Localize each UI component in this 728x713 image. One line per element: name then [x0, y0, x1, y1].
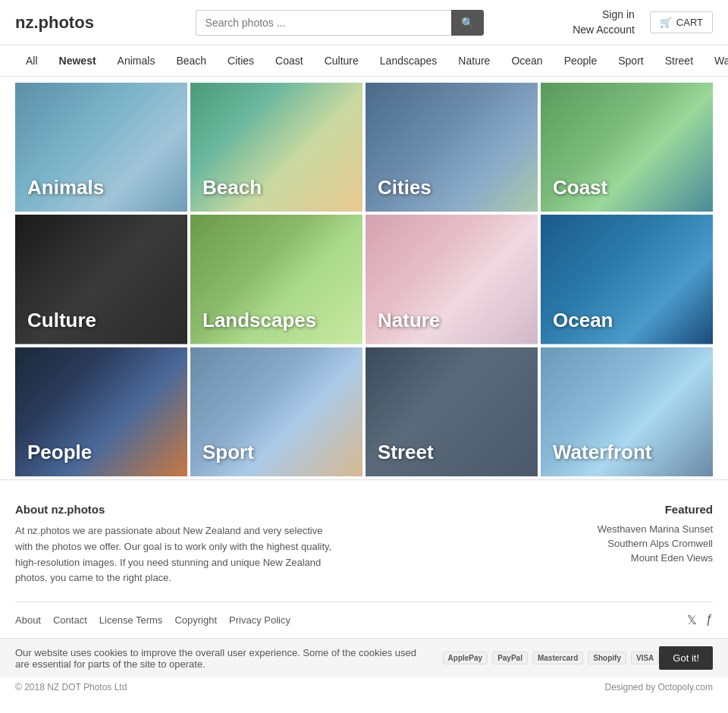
- cookie-bar: Our website uses cookies to improve the …: [0, 638, 728, 677]
- nav-item-beach[interactable]: Beach: [165, 46, 217, 76]
- grid-item-culture[interactable]: Culture: [15, 215, 187, 344]
- nav-item-landscapes[interactable]: Landscapes: [369, 46, 448, 76]
- nav-item-sport[interactable]: Sport: [607, 46, 654, 76]
- grid-item-bg: [15, 215, 187, 344]
- footer-link-contact[interactable]: Contact: [53, 614, 87, 626]
- payment-icon-mastercard: Mastercard: [532, 652, 583, 664]
- footer-featured: Featured Westhaven Marina SunsetSouthern…: [598, 503, 713, 586]
- nav-item-animals[interactable]: Animals: [107, 46, 166, 76]
- photo-grid: AnimalsBeachCitiesCoastCultureLandscapes…: [0, 80, 728, 479]
- grid-item-street[interactable]: Street: [366, 347, 538, 476]
- footer-link-license-terms[interactable]: License Terms: [99, 614, 163, 626]
- facebook-link[interactable]: ƒ: [706, 613, 713, 627]
- grid-item-landscapes[interactable]: Landscapes: [190, 215, 362, 344]
- grid-item-bg: [366, 215, 538, 344]
- payment-icon-visa: VISA: [631, 652, 659, 664]
- grid-item-beach[interactable]: Beach: [190, 83, 362, 212]
- payment-icon-applepay: ApplePay: [443, 652, 488, 664]
- new-account-link[interactable]: New Account: [573, 23, 635, 38]
- nav-item-cities[interactable]: Cities: [217, 46, 265, 76]
- payment-icons: ApplePayPayPalMastercardShopifyVISA: [443, 652, 660, 664]
- nav-item-ocean[interactable]: Ocean: [500, 46, 553, 76]
- grid-item-bg: [541, 347, 713, 476]
- nav-item-street[interactable]: Street: [654, 46, 704, 76]
- nav-item-people[interactable]: People: [554, 46, 608, 76]
- grid-item-sport[interactable]: Sport: [190, 347, 362, 476]
- cart-label: CART: [676, 17, 703, 28]
- designed-by-link[interactable]: Designed by Octopoly.com: [604, 682, 713, 693]
- footer-link-about[interactable]: About: [15, 614, 41, 626]
- cart-button[interactable]: 🛒 CART: [650, 11, 713, 33]
- grid-item-bg: [366, 83, 538, 212]
- copyright-line: © 2018 NZ DOT Photos Ltd Designed by Oct…: [0, 677, 728, 700]
- site-logo[interactable]: nz.photos: [15, 13, 106, 33]
- grid-item-cities[interactable]: Cities: [366, 83, 538, 212]
- grid-item-people[interactable]: People: [15, 347, 187, 476]
- footer-social: 𝕏 ƒ: [687, 613, 713, 627]
- grid-item-bg: [15, 347, 187, 476]
- cart-icon: 🛒: [660, 17, 672, 28]
- nav-item-newest[interactable]: Newest: [49, 46, 107, 76]
- twitter-link[interactable]: 𝕏: [687, 613, 697, 627]
- grid-item-bg: [541, 83, 713, 212]
- grid-item-coast[interactable]: Coast: [541, 83, 713, 212]
- copyright-text: © 2018 NZ DOT Photos Ltd: [15, 682, 127, 693]
- grid-item-bg: [541, 215, 713, 344]
- footer: About nz.photos At nz.photos we are pass…: [0, 479, 728, 638]
- grid-item-animals[interactable]: Animals: [15, 83, 187, 212]
- featured-link[interactable]: Westhaven Marina Sunset: [598, 523, 713, 535]
- sign-in-link[interactable]: Sign in: [573, 8, 635, 23]
- grid-item-bg: [190, 83, 362, 212]
- grid-item-bg: [190, 347, 362, 476]
- grid-item-nature[interactable]: Nature: [366, 215, 538, 344]
- header: nz.photos 🔍 Sign in New Account 🛒 CART: [0, 0, 728, 46]
- footer-links-left: AboutContactLicense TermsCopyrightPrivac…: [15, 614, 290, 626]
- search-button[interactable]: 🔍: [451, 10, 484, 36]
- footer-link-privacy-policy[interactable]: Privacy Policy: [229, 614, 290, 626]
- payment-icon-paypal: PayPal: [492, 652, 528, 664]
- footer-featured-title: Featured: [598, 503, 713, 516]
- main-nav: AllNewestAnimalsBeachCitiesCoastCultureL…: [0, 46, 728, 77]
- footer-about-title: About nz.photos: [15, 503, 334, 516]
- footer-links: AboutContactLicense TermsCopyrightPrivac…: [15, 601, 713, 638]
- cookie-text: Our website uses cookies to improve the …: [15, 647, 428, 670]
- account-area: Sign in New Account 🛒 CART: [573, 8, 713, 37]
- nav-item-waterfront[interactable]: Waterfront: [704, 46, 728, 76]
- nav-item-culture[interactable]: Culture: [314, 46, 369, 76]
- footer-about-text: At nz.photos we are passionate about New…: [15, 523, 334, 586]
- grid-item-waterfront[interactable]: Waterfront: [541, 347, 713, 476]
- featured-link[interactable]: Mount Eden Views: [598, 552, 713, 564]
- search-icon: 🔍: [461, 17, 474, 29]
- grid-item-bg: [15, 83, 187, 212]
- nav-item-coast[interactable]: Coast: [265, 46, 314, 76]
- grid-item-ocean[interactable]: Ocean: [541, 215, 713, 344]
- featured-link[interactable]: Southern Alps Cromwell: [598, 538, 713, 549]
- footer-about: About nz.photos At nz.photos we are pass…: [15, 503, 334, 586]
- grid-item-bg: [366, 347, 538, 476]
- footer-main: About nz.photos At nz.photos we are pass…: [15, 503, 713, 586]
- nav-item-nature[interactable]: Nature: [447, 46, 500, 76]
- search-container: 🔍: [196, 10, 484, 36]
- payment-icon-shopify: Shopify: [588, 652, 626, 664]
- nav-item-all[interactable]: All: [15, 46, 49, 76]
- search-input[interactable]: [196, 10, 451, 36]
- cookie-accept-button[interactable]: Got it!: [659, 646, 713, 670]
- facebook-icon: ƒ: [706, 613, 713, 626]
- twitter-icon: 𝕏: [687, 614, 697, 627]
- sign-in-area: Sign in New Account: [573, 8, 635, 37]
- footer-link-copyright[interactable]: Copyright: [174, 614, 217, 626]
- grid-item-bg: [190, 215, 362, 344]
